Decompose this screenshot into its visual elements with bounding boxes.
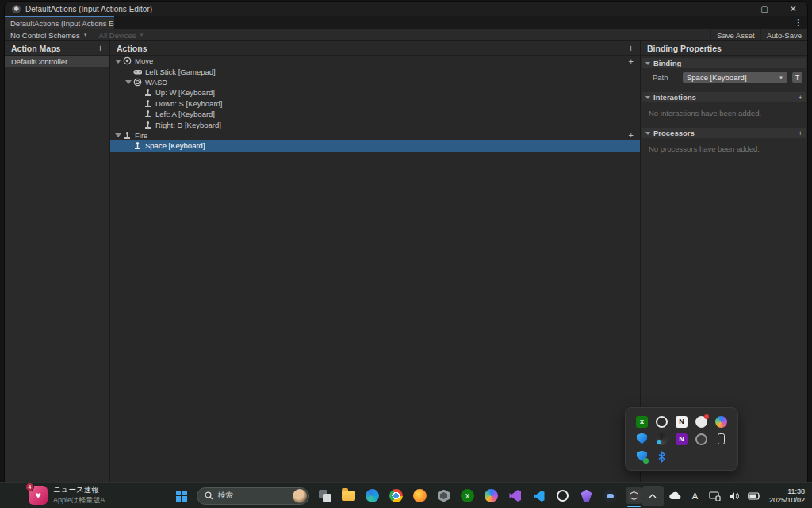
discord-button[interactable]	[602, 487, 619, 504]
widget-subheadline: Appleは軽量版A…	[53, 495, 112, 506]
widgets-button[interactable]: ♥ 4 ニュース速報 Appleは軽量版A…	[29, 485, 112, 506]
devices-dropdown[interactable]: All Devices ▼	[94, 29, 150, 40]
foldout-icon	[645, 132, 650, 135]
xbox-icon[interactable]: x	[636, 416, 648, 428]
windows-security-icon[interactable]	[636, 433, 648, 445]
add-binding-button[interactable]: +	[629, 130, 634, 140]
volume-button[interactable]	[726, 486, 743, 506]
firefox-icon	[413, 489, 427, 502]
settings-icon[interactable]	[695, 433, 707, 445]
file-explorer-button[interactable]	[340, 487, 357, 504]
tree-row-binding[interactable]: Down: S [Keyboard]	[110, 98, 640, 109]
battery-button[interactable]	[746, 486, 763, 506]
tray-overflow-button[interactable]	[642, 486, 664, 506]
discord-icon[interactable]	[695, 416, 707, 428]
kebab-menu-icon[interactable]: ⋮	[794, 17, 802, 28]
onedrive-button[interactable]	[667, 486, 684, 506]
actions-panel: Actions + Move + Left Stick [Gamepad]	[110, 41, 640, 482]
firefox-button[interactable]	[412, 487, 428, 504]
tree-row-composite[interactable]: WASD	[110, 77, 640, 87]
composite-icon	[133, 78, 142, 87]
clock-date: 2025/10/02	[769, 496, 805, 505]
key-binding-icon	[133, 141, 142, 150]
path-text-toggle-button[interactable]: T	[792, 72, 802, 83]
foldout-icon	[645, 62, 650, 65]
copilot-button[interactable]	[483, 487, 500, 504]
search-box[interactable]: 検索	[197, 487, 309, 505]
auto-save-label: Auto-Save	[767, 31, 802, 40]
onenote-icon[interactable]: N	[676, 433, 688, 445]
tab-default-actions[interactable]: DefaultActions (Input Actions Edi	[5, 16, 114, 29]
notion-icon[interactable]: N	[676, 416, 688, 428]
control-schemes-dropdown[interactable]: No Control Schemes ▼	[5, 29, 94, 40]
chevron-down-icon: ▼	[83, 33, 88, 37]
task-view-icon	[319, 490, 331, 502]
tree-row-action[interactable]: Move +	[110, 56, 640, 66]
expander-icon[interactable]	[114, 57, 121, 64]
path-dropdown[interactable]: Space [Keyboard] ▼	[683, 72, 787, 83]
tree-row-action[interactable]: Fire +	[110, 130, 640, 140]
interactions-section-header[interactable]: Interactions +	[642, 92, 806, 102]
edge-icon	[366, 489, 379, 502]
toolbar: No Control Schemes ▼ All Devices ▼ Save …	[5, 29, 807, 41]
start-button[interactable]	[173, 487, 190, 504]
cloud-icon	[668, 491, 682, 500]
loop-icon[interactable]	[656, 433, 668, 445]
add-processor-button[interactable]: +	[798, 129, 802, 137]
expander-icon[interactable]	[114, 132, 121, 139]
copilot-icon	[485, 489, 498, 502]
chevron-down-icon: ▼	[140, 33, 144, 37]
auto-save-button[interactable]: Auto-Save	[760, 29, 807, 40]
copilot-icon[interactable]	[715, 416, 727, 428]
chatgpt-button[interactable]	[554, 487, 571, 504]
action-map-item[interactable]: DefaultController	[5, 56, 109, 67]
key-binding-icon	[144, 99, 152, 108]
edge-button[interactable]	[364, 487, 381, 504]
tree-row-binding[interactable]: Left: A [Keyboard]	[110, 109, 640, 119]
widget-headline: ニュース速報	[53, 485, 112, 495]
tree-row-label: Down: S [Keyboard]	[155, 99, 223, 108]
binding-section-title: Binding	[653, 59, 681, 67]
clock[interactable]: 11:38 2025/10/02	[766, 487, 810, 505]
tree-row-binding[interactable]: Up: W [Keyboard]	[110, 87, 640, 98]
xbox-button[interactable]: x	[459, 487, 476, 504]
unity-hub-button[interactable]	[435, 487, 452, 504]
maximize-button[interactable]: ▢	[750, 2, 779, 16]
obsidian-button[interactable]	[578, 487, 595, 504]
news-widget-icon: ♥ 4	[29, 486, 48, 505]
vscode-button[interactable]	[530, 487, 547, 504]
desktop: DefaultActions (Input Actions Editor) – …	[0, 0, 812, 508]
save-asset-button[interactable]: Save Asset	[710, 29, 760, 40]
add-interaction-button[interactable]: +	[798, 93, 802, 102]
unity-editor-button-active[interactable]	[626, 487, 642, 504]
save-asset-label: Save Asset	[717, 31, 755, 40]
add-binding-button[interactable]: +	[629, 56, 634, 66]
key-binding-icon	[123, 131, 132, 140]
add-action-map-button[interactable]: +	[98, 43, 103, 54]
chrome-button[interactable]	[388, 487, 404, 504]
binding-section-header[interactable]: Binding	[642, 58, 806, 68]
interactions-section-title: Interactions	[653, 93, 696, 102]
expander-icon[interactable]	[124, 79, 132, 86]
unity-editor-icon	[628, 490, 641, 502]
phone-link-icon[interactable]	[715, 433, 727, 445]
bluetooth-icon[interactable]	[656, 451, 668, 463]
add-action-button[interactable]: +	[628, 43, 634, 54]
tree-row-binding[interactable]: Left Stick [Gamepad]	[110, 66, 640, 76]
chatgpt-icon[interactable]	[656, 416, 668, 428]
defender-check-icon[interactable]	[636, 451, 648, 463]
title-bar: DefaultActions (Input Actions Editor) – …	[5, 2, 807, 16]
action-maps-panel: Action Maps + DefaultController	[5, 41, 110, 482]
heart-icon: ♥	[35, 490, 40, 501]
tree-row-binding[interactable]: Right: D [Keyboard]	[110, 119, 640, 129]
cast-device-button[interactable]	[707, 486, 723, 506]
task-view-button[interactable]	[316, 487, 333, 504]
path-value: Space [Keyboard]	[687, 73, 747, 82]
close-button[interactable]: ✕	[779, 2, 807, 16]
minimize-button[interactable]: –	[722, 2, 750, 16]
ime-mode-button[interactable]: A	[687, 486, 703, 506]
tree-row-binding-selected[interactable]: Space [Keyboard]	[110, 140, 640, 151]
visual-studio-button[interactable]	[507, 487, 523, 504]
processors-section-header[interactable]: Processors +	[642, 128, 806, 138]
tree-row-label: Left: A [Keyboard]	[155, 110, 215, 118]
